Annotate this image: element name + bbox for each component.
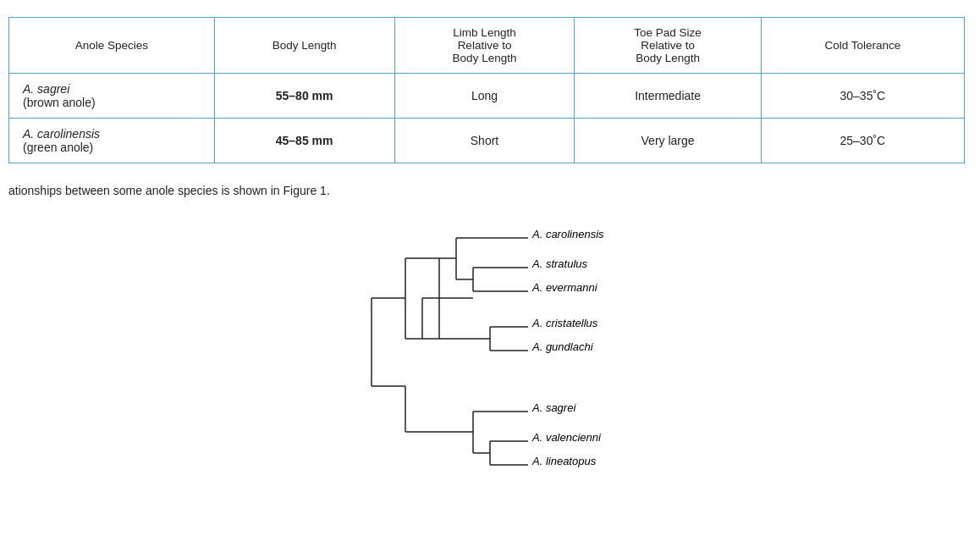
figure-caption: ationships between some anole species is… bbox=[8, 184, 972, 197]
header-toe-pad: Toe Pad Size Relative to Body Length bbox=[575, 18, 761, 74]
body-length-2: 45–85 mm bbox=[214, 119, 394, 163]
data-table: Anole Species Body Length Limb Length Re… bbox=[8, 17, 972, 163]
label-gundlachi: A. gundlachi bbox=[531, 340, 594, 353]
limb-length-1: Long bbox=[394, 74, 575, 119]
label-lineatopus: A. lineatopus bbox=[531, 455, 597, 467]
label-valencienni: A. valencienni bbox=[531, 431, 602, 444]
label-sagrei: A. sagrei bbox=[531, 401, 576, 414]
cold-tolerance-1: 30–35˚C bbox=[761, 74, 964, 119]
species-cell-2: A. carolinensis (green anole) bbox=[9, 119, 215, 163]
header-cold-tolerance: Cold Tolerance bbox=[761, 18, 964, 74]
header-limb-length: Limb Length Relative to Body Length bbox=[394, 18, 575, 74]
label-evermanni: A. evermanni bbox=[531, 281, 598, 294]
phylogeny-figure: A. carolinensis A. stratulus A. evermann… bbox=[8, 213, 972, 492]
table-row: A. carolinensis (green anole) 45–85 mm S… bbox=[9, 119, 965, 163]
body-length-1: 55–80 mm bbox=[214, 74, 394, 119]
toe-pad-2: Very large bbox=[575, 119, 761, 163]
anole-table: Anole Species Body Length Limb Length Re… bbox=[8, 17, 965, 163]
header-species: Anole Species bbox=[9, 18, 215, 74]
label-stratulus: A. stratulus bbox=[531, 257, 588, 270]
cold-tolerance-2: 25–30˚C bbox=[761, 119, 964, 163]
limb-length-2: Short bbox=[394, 119, 575, 163]
label-cristatellus: A. cristatellus bbox=[531, 317, 598, 329]
phylo-svg: A. carolinensis A. stratulus A. evermann… bbox=[270, 213, 710, 492]
species-cell-1: A. sagrei (brown anole) bbox=[9, 74, 215, 119]
table-row: A. sagrei (brown anole) 55–80 mm Long In… bbox=[9, 74, 965, 119]
toe-pad-1: Intermediate bbox=[575, 74, 761, 119]
phylo-branches bbox=[372, 238, 528, 465]
header-body-length: Body Length bbox=[214, 18, 394, 74]
label-carolinensis: A. carolinensis bbox=[531, 228, 604, 240]
